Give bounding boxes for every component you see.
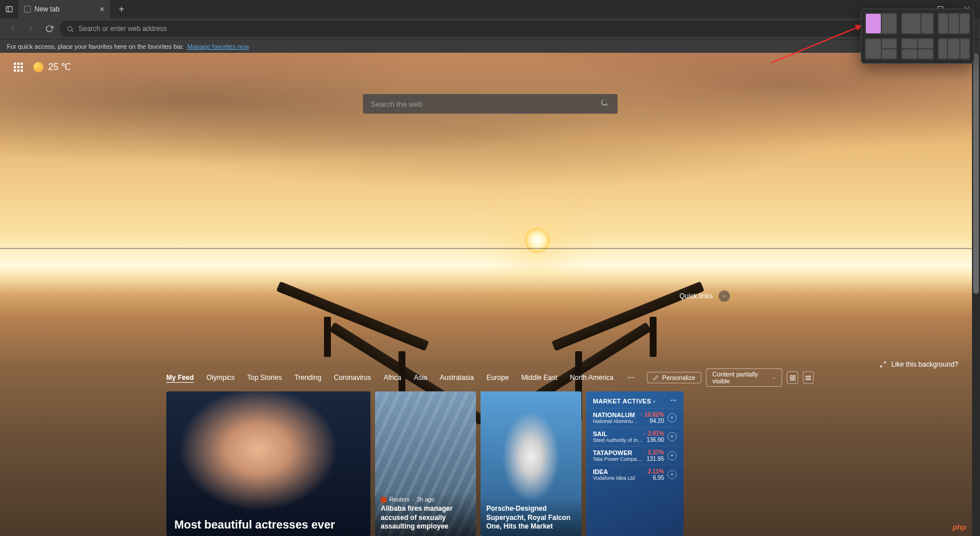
news-card-1[interactable]: Most beautiful actresses ever xyxy=(166,391,370,536)
market-row[interactable]: SAILSteel Authority of India Ltd ↓ 2.91%… xyxy=(586,427,684,446)
address-placeholder: Search or enter web address xyxy=(79,25,167,33)
svg-rect-14 xyxy=(790,375,792,377)
refresh-button[interactable] xyxy=(41,21,57,37)
new-tab-button[interactable]: + xyxy=(114,1,130,17)
feed-tab-more[interactable]: ⋯ xyxy=(627,374,634,382)
feed-tab-middleeast[interactable]: Middle East xyxy=(521,374,557,382)
svg-line-13 xyxy=(881,365,883,367)
scrollbar-thumb[interactable] xyxy=(973,53,979,294)
favorites-message: For quick access, place your favorites h… xyxy=(7,43,184,50)
market-card[interactable]: MARKET ACTIVES › ⋯ NATIONALUMNational Al… xyxy=(586,391,684,536)
svg-line-12 xyxy=(884,362,886,364)
svg-rect-0 xyxy=(6,6,13,11)
close-tab-button[interactable]: × xyxy=(100,5,104,14)
search-icon xyxy=(67,25,74,33)
card-source: Reuters·3h ago xyxy=(381,496,470,503)
weather-temp: 25 ℃ xyxy=(48,61,71,72)
snap-layout-2[interactable] xyxy=(901,13,934,34)
snap-layout-5[interactable] xyxy=(901,38,934,60)
titlebar: New tab × + xyxy=(0,0,980,18)
snap-layout-1[interactable] xyxy=(865,13,897,34)
apps-grid-button[interactable] xyxy=(14,63,23,72)
feed-tab-northamerica[interactable]: North America xyxy=(570,374,614,382)
svg-line-7 xyxy=(72,30,73,32)
market-header: MARKET ACTIVES › xyxy=(593,398,655,405)
address-bar[interactable]: Search or enter web address xyxy=(60,21,934,37)
svg-rect-17 xyxy=(793,378,795,380)
forward-button[interactable] xyxy=(23,21,39,37)
snap-layout-3[interactable] xyxy=(938,13,970,34)
svg-rect-16 xyxy=(790,378,792,380)
svg-rect-15 xyxy=(793,375,795,377)
svg-rect-19 xyxy=(806,378,810,379)
market-row[interactable]: IDEAVodafone Idea Ltd ↓ 2.11%6.95 + xyxy=(586,465,684,484)
like-background[interactable]: Like this background? xyxy=(880,360,958,368)
add-watchlist-icon[interactable]: + xyxy=(667,432,677,441)
quick-links-label: Quick links xyxy=(680,292,713,300)
market-more-icon[interactable]: ⋯ xyxy=(670,397,677,405)
manage-favorites-link[interactable]: Manage favorites now xyxy=(188,43,249,50)
weather-widget[interactable]: 25 ℃ xyxy=(33,61,71,72)
search-submit-button[interactable] xyxy=(600,98,610,110)
layout-list-button[interactable] xyxy=(803,371,814,384)
feed-tab-topstories[interactable]: Top Stories xyxy=(247,374,282,382)
quick-links-toggle[interactable]: Quick links xyxy=(680,290,730,302)
svg-rect-18 xyxy=(806,376,810,377)
like-background-label: Like this background? xyxy=(891,360,958,368)
tab-title: New tab xyxy=(34,5,60,13)
web-search-box[interactable] xyxy=(363,94,618,114)
card-title: Most beautiful actresses ever xyxy=(174,518,362,531)
chevron-down-icon xyxy=(772,375,776,380)
svg-point-6 xyxy=(68,26,72,31)
snap-layouts-flyout xyxy=(861,9,974,64)
feed-tab-australasia[interactable]: Australasia xyxy=(440,374,474,382)
feed-tab-trending[interactable]: Trending xyxy=(294,374,321,382)
market-row[interactable]: TATAPOWERTata Power Company Ltd ↓ 2.37%1… xyxy=(586,446,684,465)
feed-nav: My Feed Olympics Top Stories Trending Co… xyxy=(166,368,814,387)
personalize-button[interactable]: Personalize xyxy=(647,372,701,383)
favorites-bar: For quick access, place your favorites h… xyxy=(0,39,980,53)
market-row[interactable]: NATIONALUMNational Aluminium Co Ltd ↓ 10… xyxy=(586,408,684,427)
card-title: Porsche-Designed Superyacht, Royal Falco… xyxy=(486,504,576,531)
snap-layout-4[interactable] xyxy=(865,38,897,60)
add-watchlist-icon[interactable]: + xyxy=(667,470,677,479)
feed-cards: Most beautiful actresses ever Reuters·3h… xyxy=(166,391,814,536)
sun-icon xyxy=(33,62,44,72)
scrollbar[interactable] xyxy=(972,53,980,536)
snap-layout-6[interactable] xyxy=(938,38,970,60)
visibility-dropdown[interactable]: Content partially visible xyxy=(706,368,782,387)
feed-tab-myfeed[interactable]: My Feed xyxy=(166,374,194,382)
add-watchlist-icon[interactable]: + xyxy=(667,413,677,422)
add-watchlist-icon[interactable]: + xyxy=(667,451,677,460)
news-card-3[interactable]: Porsche-Designed Superyacht, Royal Falco… xyxy=(481,391,581,536)
layout-grid-button[interactable] xyxy=(787,371,798,384)
feed-tab-coronavirus[interactable]: Coronavirus xyxy=(334,374,371,382)
new-tab-content: 25 ℃ Quick links Like this background? M… xyxy=(0,53,980,536)
chevron-down-icon xyxy=(719,290,730,302)
card-title: Alibaba fires manager accused of sexuall… xyxy=(381,504,470,531)
toolbar: Search or enter web address xyxy=(0,18,980,39)
pencil-icon xyxy=(653,375,659,380)
tab-favicon xyxy=(24,6,31,13)
feed-tab-asia[interactable]: Asia xyxy=(414,374,427,382)
browser-tab[interactable]: New tab × xyxy=(18,0,110,18)
watermark: php xyxy=(952,523,966,531)
tab-actions-button[interactable] xyxy=(0,0,18,18)
web-search-input[interactable] xyxy=(371,100,600,108)
back-button[interactable] xyxy=(5,21,21,37)
feed-tab-africa[interactable]: Africa xyxy=(384,374,401,382)
news-card-2[interactable]: Reuters·3h ago Alibaba fires manager acc… xyxy=(375,391,476,536)
feed-tab-europe[interactable]: Europe xyxy=(486,374,509,382)
feed-tab-olympics[interactable]: Olympics xyxy=(206,374,235,382)
expand-icon xyxy=(880,361,887,368)
